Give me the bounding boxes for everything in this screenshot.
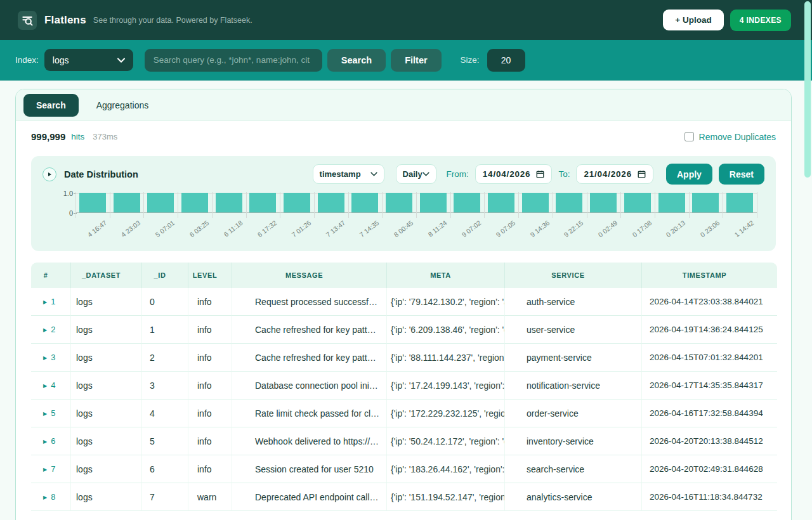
- cell-dataset: logs: [70, 400, 141, 427]
- upload-button[interactable]: + Upload: [663, 10, 723, 30]
- row-expand-cell[interactable]: ▶8: [31, 483, 70, 511]
- to-date-value: 21/04/2026: [584, 169, 632, 179]
- grid-tick: [246, 192, 247, 218]
- bar-slot: 5 07:01: [143, 193, 178, 212]
- chart-bar[interactable]: [692, 193, 719, 212]
- chart-bar[interactable]: [216, 193, 242, 212]
- row-expand-cell[interactable]: ▶1: [31, 288, 70, 316]
- search-button[interactable]: Search: [327, 49, 386, 72]
- cell-level: info: [188, 316, 232, 344]
- date-field-select[interactable]: timestamp: [313, 164, 384, 184]
- table-row[interactable]: ▶7logs6infoSession created for user 5210…: [31, 455, 777, 483]
- from-date-input[interactable]: 14/04/2026: [475, 164, 553, 184]
- bar-slot: 4 16:47: [75, 193, 110, 212]
- chart-bar[interactable]: [556, 193, 582, 212]
- chart-bar[interactable]: [114, 193, 140, 212]
- bar-slot: 6 17:32: [246, 193, 280, 212]
- cell-meta: {'ip': '50.24.12.172', 'region': 'eu-…: [386, 427, 504, 455]
- y-axis-tick-label: 1.0: [50, 190, 73, 197]
- cell-service: analytics-service: [504, 483, 641, 511]
- scrollbar-thumb[interactable]: [804, 1, 811, 178]
- cell-message: Request processed successf…: [232, 288, 386, 316]
- chart-bar[interactable]: [726, 193, 753, 212]
- chart-bar[interactable]: [79, 193, 106, 212]
- row-expand-cell[interactable]: ▶5: [31, 400, 70, 427]
- row-number: 6: [51, 436, 55, 446]
- bar-slot: 4 23:03: [110, 193, 144, 212]
- app-title: Flatlens: [44, 14, 86, 27]
- row-number: 2: [51, 325, 55, 334]
- size-input[interactable]: [487, 49, 525, 72]
- remove-duplicates-checkbox[interactable]: [684, 132, 694, 141]
- table-row[interactable]: ▶6logs5infoWebhook delivered to https://…: [31, 427, 777, 455]
- table-row[interactable]: ▶2logs1infoCache refreshed for key patt……: [31, 316, 777, 344]
- cell-level: info: [188, 372, 232, 400]
- table-row[interactable]: ▶3logs2infoCache refreshed for key patt……: [31, 344, 777, 372]
- chart-bar[interactable]: [590, 193, 617, 212]
- reset-button[interactable]: Reset: [719, 164, 764, 185]
- index-select[interactable]: logs: [44, 49, 133, 71]
- row-number: 7: [51, 464, 55, 474]
- bar-slot: 7 14:35: [348, 193, 383, 212]
- expand-triangle-icon: ▶: [43, 327, 47, 333]
- chart-bar[interactable]: [386, 193, 412, 212]
- tab-aggregations[interactable]: Aggregations: [82, 94, 163, 117]
- chart-bar[interactable]: [318, 193, 344, 212]
- indexes-count-badge[interactable]: 4 INDEXES: [730, 10, 791, 31]
- row-expand-cell[interactable]: ▶2: [31, 316, 70, 344]
- from-label: From:: [447, 169, 469, 179]
- chart-bar[interactable]: [284, 193, 310, 212]
- table-row[interactable]: ▶5logs4infoRate limit check passed for c…: [31, 400, 777, 427]
- row-expand-cell[interactable]: ▶6: [31, 427, 70, 455]
- grid-tick: [723, 192, 723, 218]
- chart-bar[interactable]: [624, 193, 651, 212]
- cell-service: auth-service: [504, 288, 641, 316]
- row-expand-cell[interactable]: ▶4: [31, 372, 70, 400]
- chart-bar[interactable]: [147, 193, 174, 212]
- table-body: ▶1logs0infoRequest processed successf…{'…: [31, 288, 777, 511]
- filter-button[interactable]: Filter: [391, 49, 441, 72]
- bar-slot: 0 20:13: [655, 193, 689, 212]
- row-expand-cell[interactable]: ▶7: [31, 455, 70, 483]
- chart-bar[interactable]: [658, 193, 685, 212]
- column-header-id: _ID: [141, 263, 188, 288]
- app-header: Flatlens See through your data. Powered …: [0, 0, 812, 40]
- to-date-input[interactable]: 21/04/2026: [576, 164, 653, 184]
- chart-bar[interactable]: [181, 193, 208, 212]
- expand-triangle-icon: ▶: [43, 495, 47, 500]
- grid-tick: [143, 192, 144, 218]
- cell-dataset: logs: [70, 344, 141, 372]
- row-number: 1: [51, 297, 55, 306]
- cell-timestamp: 2026-04-17T14:35:35.844317: [641, 372, 777, 400]
- row-expand-cell[interactable]: ▶3: [31, 344, 70, 372]
- x-axis-tick-label: 6 03:25: [188, 219, 210, 238]
- grid-tick: [212, 192, 213, 218]
- hits-count: 999,999: [31, 131, 65, 142]
- collapse-toggle-button[interactable]: [43, 167, 56, 181]
- cell-message: Webhook delivered to https://…: [232, 427, 386, 455]
- bar-slot: 0 02:49: [586, 193, 620, 212]
- cell-message: Cache refreshed for key patt…: [232, 316, 386, 344]
- chart-plot: 4 16:474 23:035 07:016 03:256 11:186 17:…: [75, 193, 757, 213]
- table-row[interactable]: ▶1logs0infoRequest processed successf…{'…: [31, 288, 777, 316]
- interval-select[interactable]: Daily: [396, 164, 436, 184]
- tab-search[interactable]: Search: [23, 94, 79, 117]
- cell-timestamp: 2026-04-14T23:03:38.844021: [641, 288, 777, 316]
- apply-button[interactable]: Apply: [666, 164, 712, 185]
- bar-slot: 9 22:15: [553, 193, 587, 212]
- chart-bar[interactable]: [249, 193, 276, 212]
- table-row[interactable]: ▶8logs7warnDeprecated API endpoint call……: [31, 483, 777, 511]
- chart-bar[interactable]: [351, 193, 378, 212]
- chart-bar[interactable]: [488, 193, 514, 212]
- date-panel-controls: timestamp Daily From: 14/04/2026: [313, 164, 764, 185]
- remove-duplicates-control: Remove Duplicates: [684, 132, 776, 142]
- x-axis-tick-label: 7 13:47: [324, 219, 346, 238]
- expand-triangle-icon: ▶: [43, 299, 47, 305]
- calendar-icon: [638, 170, 646, 178]
- table-row[interactable]: ▶4logs3infoDatabase connection pool ini……: [31, 372, 777, 400]
- chart-bar[interactable]: [522, 193, 549, 212]
- chart-bar[interactable]: [420, 193, 447, 212]
- cell-timestamp: 2026-04-20T02:49:31.844628: [641, 455, 777, 483]
- chart-bar[interactable]: [454, 193, 480, 212]
- search-query-input[interactable]: [145, 49, 322, 72]
